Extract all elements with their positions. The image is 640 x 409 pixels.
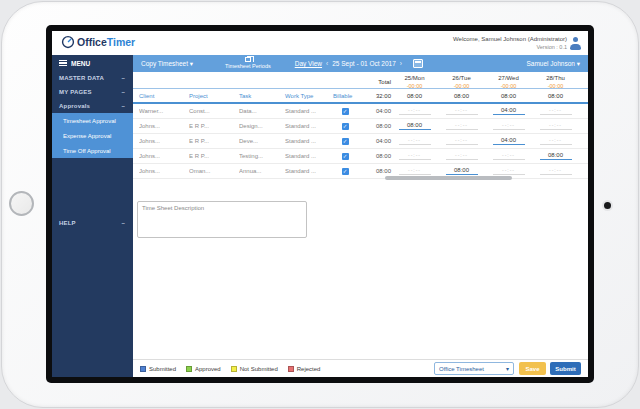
- day-cell-input[interactable]: --:--: [540, 167, 572, 175]
- work-type-cell[interactable]: Standard ...: [285, 168, 333, 174]
- day-cell-input[interactable]: 08:00: [399, 122, 431, 130]
- day-cell-input[interactable]: --:--: [446, 107, 478, 115]
- submitted-swatch: [140, 366, 146, 372]
- column-header-client[interactable]: Client: [139, 93, 189, 99]
- billable-checkbox[interactable]: ✓: [342, 108, 349, 115]
- work-type-cell[interactable]: Standard ...: [285, 108, 333, 114]
- timesheet-periods-button[interactable]: Timesheet Periods: [225, 57, 271, 69]
- timesheet-toolbar: Copy Timesheet ▾ Timesheet Periods Day V…: [133, 55, 588, 72]
- day-cell-input[interactable]: 08:00: [446, 167, 478, 175]
- billable-checkbox[interactable]: ✓: [342, 153, 349, 160]
- rejected-swatch: [288, 366, 294, 372]
- project-cell[interactable]: E R P...: [189, 123, 239, 129]
- row-total: 04:00: [357, 108, 391, 114]
- work-type-cell[interactable]: Standard ...: [285, 123, 333, 129]
- prev-week-button[interactable]: ‹: [326, 60, 328, 67]
- task-cell[interactable]: Deve...: [239, 138, 285, 144]
- day-cell-input[interactable]: --:--: [399, 137, 431, 145]
- week-total: 32:00: [357, 93, 391, 99]
- day-cell-input[interactable]: 04:00: [493, 137, 525, 145]
- project-cell[interactable]: E R P...: [189, 138, 239, 144]
- client-cell[interactable]: Warner...: [139, 108, 189, 114]
- next-week-button[interactable]: ›: [400, 60, 402, 67]
- billable-checkbox[interactable]: ✓: [342, 168, 349, 175]
- day-cell-input[interactable]: --:--: [446, 122, 478, 130]
- column-header-task[interactable]: Task: [239, 93, 285, 99]
- sidebar-item-approvals[interactable]: Approvals –: [52, 99, 133, 113]
- day-cell-input[interactable]: --:--: [493, 122, 525, 130]
- officetimer-app: OfficeTimer Welcome, Samuel Johnson (Adm…: [52, 31, 588, 377]
- task-cell[interactable]: Annua...: [239, 168, 285, 174]
- work-type-cell[interactable]: Standard ...: [285, 138, 333, 144]
- date-range-label[interactable]: 25 Sept - 01 Oct 2017: [332, 60, 396, 67]
- day-header: 25/Mon -00:00: [391, 75, 438, 89]
- project-cell[interactable]: Oman...: [189, 168, 239, 174]
- sidebar-item-label: HELP: [59, 220, 76, 226]
- timesheet-grid: Total 25/Mon -00:00 26/Tue -00:00 27/Wed: [133, 72, 588, 182]
- project-cell[interactable]: E R P...: [189, 153, 239, 159]
- timesheet-description-input[interactable]: [137, 201, 307, 238]
- copy-timesheet-label: Copy Timesheet: [141, 60, 188, 67]
- day-cell-input[interactable]: 08:00: [540, 152, 572, 160]
- column-header-project[interactable]: Project: [189, 93, 239, 99]
- task-cell[interactable]: Design...: [239, 123, 285, 129]
- day-cell-input[interactable]: --:--: [493, 167, 525, 175]
- footer-bar: Submitted Approved Not Submitted Re: [133, 359, 588, 377]
- day-cell-input[interactable]: --:--: [399, 107, 431, 115]
- tablet-screen: OfficeTimer Welcome, Samuel Johnson (Adm…: [46, 25, 594, 383]
- column-header-billable[interactable]: Billable: [333, 93, 357, 99]
- sidebar-item-master-data[interactable]: MASTER DATA –: [52, 71, 133, 85]
- column-header-work-type[interactable]: Work Type: [285, 93, 333, 99]
- timesheet-type-select[interactable]: Office Timesheet ▾: [434, 362, 514, 375]
- copy-timesheet-button[interactable]: Copy Timesheet ▾: [141, 60, 193, 68]
- user-avatar-icon[interactable]: [570, 37, 581, 50]
- day-cell-input[interactable]: 04:00: [493, 107, 525, 115]
- client-cell[interactable]: Johns...: [139, 123, 189, 129]
- chevron-down-icon: ▾: [506, 365, 509, 372]
- horizontal-scrollbar[interactable]: [385, 176, 512, 180]
- row-total: 08:00: [357, 123, 391, 129]
- project-cell[interactable]: Const...: [189, 108, 239, 114]
- day-cell-input[interactable]: --:--: [399, 152, 431, 160]
- menu-toggle[interactable]: MENU: [52, 55, 133, 71]
- sidebar-item-help[interactable]: HELP –: [52, 216, 133, 230]
- billable-checkbox[interactable]: ✓: [342, 123, 349, 130]
- row-total: 08:00: [357, 168, 391, 174]
- sidebar-item-timesheet-approval[interactable]: Timesheet Approval: [52, 113, 133, 128]
- day-cell-input[interactable]: --:--: [540, 137, 572, 145]
- day-cell-input[interactable]: --:--: [399, 167, 431, 175]
- toolbar-user-dropdown[interactable]: Samuel Johnson ▾: [527, 60, 581, 68]
- approvals-submenu: Timesheet Approval Expense Approval Time…: [52, 113, 133, 158]
- day-cell-input[interactable]: --:--: [446, 137, 478, 145]
- timesheet-type-value: Office Timesheet: [439, 366, 484, 372]
- sidebar-item-time-off-approval[interactable]: Time Off Approval: [52, 143, 133, 158]
- approved-swatch: [186, 366, 192, 372]
- submit-button[interactable]: Submit: [550, 362, 581, 375]
- periods-icon: [245, 57, 251, 62]
- chevron-icon: –: [121, 89, 125, 95]
- task-cell[interactable]: Data...: [239, 108, 285, 114]
- client-cell[interactable]: Johns...: [139, 168, 189, 174]
- menu-label: MENU: [71, 60, 90, 67]
- sidebar-item-my-pages[interactable]: MY PAGES –: [52, 85, 133, 99]
- legend-not-submitted: Not Submitted: [231, 366, 278, 372]
- day-cell-input[interactable]: --:--: [493, 152, 525, 160]
- billable-checkbox[interactable]: ✓: [342, 138, 349, 145]
- day-total: 08:00: [532, 93, 579, 99]
- sidebar-item-expense-approval[interactable]: Expense Approval: [52, 128, 133, 143]
- save-button[interactable]: Save: [519, 362, 546, 375]
- work-type-cell[interactable]: Standard ...: [285, 153, 333, 159]
- client-cell[interactable]: Johns...: [139, 138, 189, 144]
- task-cell[interactable]: Testing...: [239, 153, 285, 159]
- calendar-icon[interactable]: [413, 59, 423, 68]
- day-cell-input[interactable]: --:--: [446, 152, 478, 160]
- day-header: 26/Tue -00:00: [438, 75, 485, 89]
- day-view-link[interactable]: Day View: [295, 60, 322, 67]
- chevron-icon: –: [121, 75, 125, 81]
- home-button[interactable]: [9, 191, 34, 216]
- row-total: 08:00: [357, 153, 391, 159]
- client-cell[interactable]: Johns...: [139, 153, 189, 159]
- day-cell-input[interactable]: --:--: [540, 107, 572, 115]
- day-cell-input[interactable]: --:--: [540, 122, 572, 130]
- version-text: Version : 0.1: [453, 43, 567, 51]
